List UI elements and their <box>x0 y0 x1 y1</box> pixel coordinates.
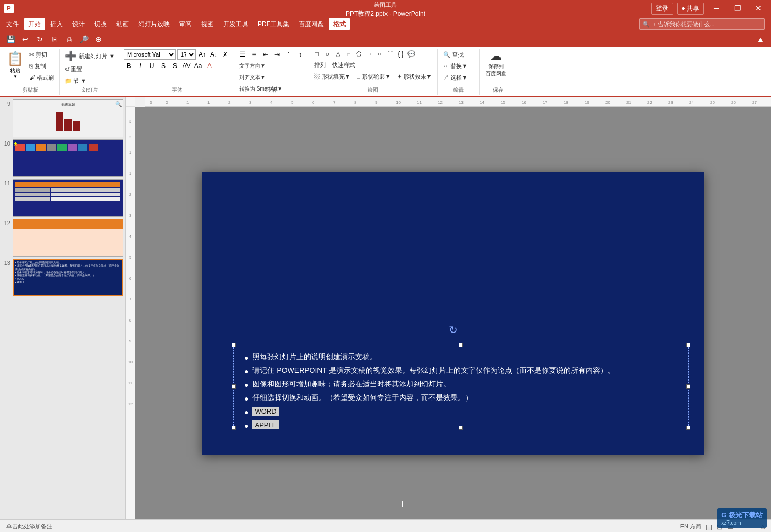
handle-tl[interactable] <box>232 343 236 347</box>
uppercase-button[interactable]: Aa <box>193 61 203 71</box>
handle-br[interactable] <box>686 426 690 430</box>
line-spacing-button[interactable]: ↕ <box>295 49 305 60</box>
notes-hint[interactable]: 单击此处添加备注 <box>6 523 52 530</box>
right-angle-shape[interactable]: ⌐ <box>344 49 353 59</box>
bullet-3: 图像和图形可增加趣味；请务必在适当时将其添加到幻灯片。 <box>244 378 678 391</box>
triangle-shape[interactable]: △ <box>333 49 343 59</box>
shape-fill-button[interactable]: ▧ 形状填充▼ <box>312 71 353 82</box>
arrange-button[interactable]: 排列 <box>312 60 328 70</box>
font-label: 字体 <box>120 86 234 94</box>
font-color-button[interactable]: A <box>204 61 215 71</box>
rectangle-shape[interactable]: □ <box>312 49 322 59</box>
shape-effect-button[interactable]: ✦ 形状效果▼ <box>395 71 434 82</box>
columns-button[interactable]: ⫿ <box>283 49 294 60</box>
circle-shape[interactable]: ○ <box>323 49 332 59</box>
find-button[interactable]: 🔍 查找 <box>441 49 466 60</box>
shape-outline-button[interactable]: □ 形状轮廓▼ <box>355 71 393 82</box>
menu-animation[interactable]: 动画 <box>112 18 133 30</box>
close-button[interactable]: ✕ <box>750 3 767 14</box>
save-baidu-button[interactable]: ☁ 保存到百度网盘 <box>483 49 509 79</box>
format-painter-button[interactable]: 🖌 格式刷 <box>27 72 56 83</box>
replace-button[interactable]: ↔ 替换▼ <box>441 61 470 71</box>
text-box[interactable]: 照每张幻灯片上的说明创建演示文稿。 请记住 POWERPOINT 是演示文稿的视… <box>233 345 689 428</box>
handle-bc[interactable] <box>459 426 463 430</box>
new-slide-button[interactable]: ➕新建幻灯片 ▼ <box>63 49 117 63</box>
handle-tr[interactable] <box>686 343 690 347</box>
share-button[interactable]: ♦ 共享 <box>677 3 704 15</box>
section-button[interactable]: 📁节 ▼ <box>63 75 89 86</box>
font-increase-button[interactable]: A↑ <box>197 49 207 60</box>
rotate-handle[interactable]: ↻ <box>449 324 458 336</box>
view-normal-button[interactable]: ▤ <box>706 523 712 531</box>
reset-button[interactable]: ↺重置 <box>63 64 84 74</box>
callout-shape[interactable]: 💬 <box>406 49 416 59</box>
canvas-scroll-area[interactable]: ↻ <box>135 107 771 519</box>
slide-canvas[interactable]: ↻ <box>202 172 704 455</box>
save-qa-button[interactable]: 💾 <box>4 33 17 46</box>
menu-slideshow[interactable]: 幻灯片放映 <box>134 18 174 30</box>
slide-panel[interactable]: 9 图表标题 🔍 10 <box>0 97 126 519</box>
undo-button[interactable]: ↩ <box>19 33 31 46</box>
menu-transition[interactable]: 切换 <box>90 18 111 30</box>
text-direction-button[interactable]: 文字方向▼ <box>237 61 268 71</box>
increase-indent-button[interactable]: ⇥ <box>272 49 282 60</box>
underline-button[interactable]: U <box>147 61 157 71</box>
font-spacing-button[interactable]: AV <box>181 61 192 71</box>
pentagon-shape[interactable]: ⬠ <box>354 49 364 59</box>
handle-ml[interactable] <box>232 384 236 389</box>
slide-thumb-10[interactable]: 10 ★ <box>2 139 123 177</box>
svg-text:2: 2 <box>129 135 131 139</box>
bold-button[interactable]: B <box>124 61 134 71</box>
menu-design[interactable]: 设计 <box>68 18 89 30</box>
svg-text:6: 6 <box>312 100 315 105</box>
menu-baidu[interactable]: 百度网盘 <box>294 18 328 30</box>
double-arrow-shape[interactable]: ↔ <box>375 49 384 59</box>
decrease-indent-button[interactable]: ⇤ <box>260 49 271 60</box>
shadow-button[interactable]: S <box>170 61 180 71</box>
bullets-button[interactable]: ☰ <box>237 49 248 60</box>
slide-thumb-12[interactable]: 12 <box>2 219 123 257</box>
copy-button[interactable]: ⎘ 复制 <box>27 61 56 71</box>
slide-thumb-11[interactable]: 11 <box>2 179 123 217</box>
quick-styles-button[interactable]: 快速样式 <box>330 60 357 70</box>
editing-label: 编辑 <box>438 86 479 94</box>
menu-view[interactable]: 视图 <box>197 18 218 30</box>
menu-format[interactable]: 格式 <box>329 18 350 30</box>
menu-home[interactable]: 开始 <box>24 18 45 30</box>
login-button[interactable]: 登录 <box>651 3 673 15</box>
strikethrough-button[interactable]: S <box>158 61 169 71</box>
print-button[interactable]: ⎙ <box>63 33 75 46</box>
align-text-button[interactable]: 对齐文本▼ <box>237 72 268 83</box>
select-button[interactable]: ↗ 选择▼ <box>441 72 470 83</box>
menu-insert[interactable]: 插入 <box>46 18 67 30</box>
font-decrease-button[interactable]: A↓ <box>208 49 219 60</box>
handle-bl[interactable] <box>232 426 236 430</box>
search-box[interactable]: 🔍 ♀ 告诉我你想要做什么... <box>639 18 765 30</box>
menu-file[interactable]: 文件 <box>2 18 23 30</box>
menu-developer[interactable]: 开发工具 <box>219 18 252 30</box>
paste-button[interactable]: 📋 粘贴 ▼ <box>4 49 26 86</box>
clear-format-button[interactable]: ✗ <box>220 49 230 60</box>
arrow-shape[interactable]: → <box>365 49 374 59</box>
italic-button[interactable]: I <box>135 61 146 71</box>
svg-text:3: 3 <box>150 100 152 105</box>
redo-button[interactable]: ↻ <box>34 33 46 46</box>
brace-shape[interactable]: { } <box>396 49 405 59</box>
add-button[interactable]: ⊕ <box>92 33 105 46</box>
numbering-button[interactable]: ≡ <box>249 49 259 60</box>
font-size-select[interactable]: 17 <box>177 49 196 60</box>
menu-pdf[interactable]: PDF工具集 <box>254 18 293 30</box>
slide-thumb-13[interactable]: 13 • 照每张幻灯片上的说明创建演示文稿。 • 请记住POWERPOINT是演… <box>2 259 123 296</box>
minimize-button[interactable]: ─ <box>708 3 725 14</box>
cut-button[interactable]: ✂ 剪切 <box>27 49 56 60</box>
slide-thumb-9[interactable]: 9 图表标题 🔍 <box>2 99 123 137</box>
menu-review[interactable]: 审阅 <box>175 18 196 30</box>
ribbon-expand-icon[interactable]: ▲ <box>754 33 767 46</box>
handle-mr[interactable] <box>686 384 690 389</box>
restore-button[interactable]: ❐ <box>729 3 746 14</box>
font-name-select[interactable]: Microsoft Yal <box>124 49 176 60</box>
zoom-button[interactable]: 🔎 <box>78 33 90 46</box>
curve-shape[interactable]: ⌒ <box>386 49 395 59</box>
copy-qa-button[interactable]: ⎘ <box>48 33 61 46</box>
handle-tc[interactable] <box>459 343 463 347</box>
